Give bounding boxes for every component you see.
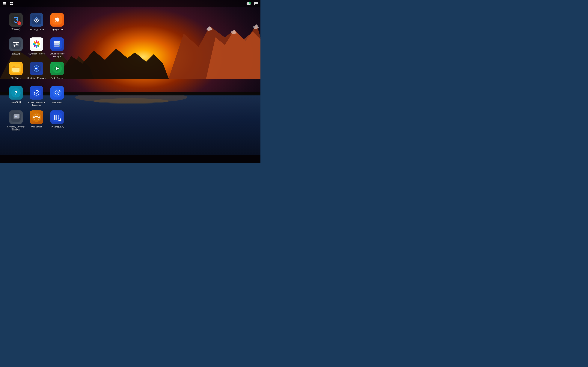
desktop: 套件中心 Synology Drive phpMy: [0, 8, 260, 155]
taskbar-right: [245, 0, 259, 6]
active-backup-label: Active Backup for Business: [27, 101, 46, 107]
svg-point-44: [35, 43, 38, 45]
package-center-icon: [9, 13, 23, 26]
app-icon-package-center[interactable]: 套件中心: [6, 11, 26, 35]
file-station-label: File Station: [10, 77, 21, 80]
svg-rect-18: [11, 4, 13, 5]
synology-drive-icon: [30, 13, 43, 26]
dsm-help-icon: ?: [9, 86, 23, 100]
active-backup-icon: [30, 86, 43, 100]
svg-point-33: [14, 45, 15, 47]
taskbar: [0, 0, 260, 7]
app-icons-grid: 套件中心 Synology Drive phpMy: [6, 11, 88, 133]
nas-media-label: NAS媒体工具: [50, 125, 64, 128]
qbittorrent-icon: B: [50, 86, 64, 100]
web-station-icon: WWW: [30, 110, 43, 124]
svg-point-83: [59, 118, 60, 120]
phpmyadmin-icon: [50, 13, 64, 26]
svg-rect-78: [54, 115, 55, 120]
emby-server-icon: [50, 62, 64, 75]
svg-point-21: [256, 3, 256, 3]
emby-server-label: Emby Server: [51, 77, 63, 80]
app-icon-phpmyadmin[interactable]: phpMyAdmin: [47, 11, 68, 35]
messages-button[interactable]: [253, 0, 259, 6]
control-panel-label: 控制面板: [11, 52, 20, 55]
qbittorrent-label: qBittorrent: [52, 101, 62, 104]
nas-media-icon: [50, 110, 64, 124]
svg-point-20: [255, 3, 255, 3]
synology-drive-label: Synology Drive: [29, 28, 44, 31]
svg-point-19: [249, 2, 251, 4]
package-center-label: 套件中心: [11, 28, 20, 31]
app-icon-web-station[interactable]: WWW Web Station: [26, 108, 47, 133]
app-icon-container-manager[interactable]: Container Manager: [26, 60, 47, 84]
svg-text:?: ?: [14, 90, 17, 96]
svg-text:WWW: WWW: [33, 116, 40, 119]
file-station-icon: [9, 62, 23, 75]
vmm-icon: [50, 37, 64, 51]
container-manager-icon: [30, 62, 43, 75]
svg-rect-17: [10, 4, 11, 5]
svg-rect-13: [3, 3, 6, 4]
app-icon-emby-server[interactable]: Emby Server: [47, 60, 68, 84]
svg-rect-79: [56, 115, 57, 120]
app-icon-synology-drive[interactable]: Synology Drive: [26, 11, 47, 35]
svg-rect-14: [3, 4, 6, 5]
svg-rect-65: [52, 88, 62, 98]
synology-photos-label: Synology Photos: [28, 52, 45, 55]
synology-photos-icon: [30, 37, 43, 51]
svg-point-31: [16, 43, 17, 45]
cloud-sync-button[interactable]: [245, 0, 251, 6]
phpmyadmin-label: phpMyAdmin: [51, 28, 63, 31]
app-icon-synology-photos[interactable]: Synology Photos: [26, 35, 47, 60]
vmm-label: Virtual Machine Manager: [48, 52, 67, 58]
svg-point-50: [59, 44, 60, 45]
synology-drive-admin-label: Synology Drive 管理控制台: [7, 125, 25, 131]
svg-point-51: [59, 46, 60, 47]
svg-point-24: [17, 21, 20, 24]
synology-drive-admin-icon: [9, 110, 23, 124]
web-station-label: Web Station: [31, 125, 42, 128]
taskbar-left: [1, 0, 14, 6]
svg-rect-15: [10, 2, 11, 3]
app-icon-nas-media[interactable]: NAS媒体工具: [47, 108, 68, 133]
app-icon-file-station[interactable]: File Station: [6, 60, 26, 84]
app-icon-control-panel[interactable]: 控制面板: [6, 35, 26, 60]
svg-point-22: [257, 3, 257, 3]
apps-grid-button[interactable]: [8, 0, 14, 6]
svg-rect-12: [3, 2, 6, 3]
svg-text:B: B: [59, 90, 61, 92]
svg-point-49: [59, 42, 60, 42]
control-panel-icon: [9, 37, 23, 51]
taskbar-bottom: [0, 155, 260, 163]
app-icon-active-backup[interactable]: Active Backup for Business: [26, 84, 47, 108]
dsm-help-label: DSM 说明: [11, 101, 21, 104]
svg-rect-63: [32, 88, 41, 98]
svg-rect-16: [11, 2, 13, 3]
container-manager-label: Container Manager: [27, 77, 46, 80]
app-icon-vmm[interactable]: Virtual Machine Manager: [47, 35, 68, 60]
app-icon-dsm-help[interactable]: ? DSM 说明: [6, 84, 26, 108]
svg-point-29: [14, 42, 16, 43]
main-menu-button[interactable]: [1, 0, 8, 6]
app-icon-synology-drive-admin[interactable]: Synology Drive 管理控制台: [6, 108, 26, 133]
app-icon-qbittorrent[interactable]: B qBittorrent: [47, 84, 68, 108]
